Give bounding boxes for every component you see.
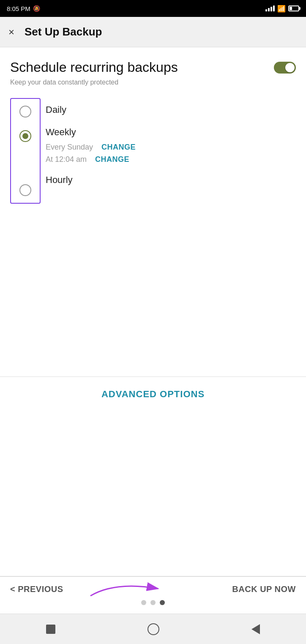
status-bar: 8:05 PM 🔕 📶 28 <box>0 0 306 17</box>
hourly-option: Hourly <box>41 168 296 192</box>
dot-1 <box>141 600 146 605</box>
weekly-day-row: Every Sunday CHANGE <box>46 143 136 152</box>
daily-label: Daily <box>46 104 66 115</box>
back-button[interactable] <box>251 624 260 634</box>
weekly-day-text: Every Sunday <box>46 143 93 152</box>
previous-button[interactable]: < PREVIOUS <box>10 584 63 594</box>
hourly-radio[interactable] <box>19 184 31 196</box>
section-subtitle: Keep your data constantly protected <box>10 79 296 86</box>
weekly-radio-btn[interactable] <box>19 130 31 142</box>
close-button[interactable]: × <box>8 26 14 38</box>
daily-option: Daily <box>41 98 296 122</box>
daily-content: Daily <box>46 104 296 116</box>
change-day-button[interactable]: CHANGE <box>101 143 136 152</box>
change-time-button[interactable]: CHANGE <box>95 155 129 164</box>
toggle-container[interactable] <box>274 62 296 74</box>
daily-radio[interactable] <box>19 106 31 117</box>
hourly-label: Hourly <box>46 175 73 185</box>
recent-apps-button[interactable] <box>46 625 55 634</box>
signal-icon <box>265 5 275 11</box>
wifi-icon: 📶 <box>277 5 286 13</box>
content-spacer <box>0 412 306 576</box>
bottom-nav: < PREVIOUS BACK UP NOW <box>0 576 306 614</box>
nav-row: < PREVIOUS BACK UP NOW <box>10 584 296 594</box>
battery-icon: 28 <box>288 5 299 11</box>
home-button[interactable] <box>148 623 159 635</box>
square-icon <box>46 625 55 634</box>
daily-radio-btn[interactable] <box>19 106 31 117</box>
status-time: 8:05 PM <box>7 5 30 12</box>
app-bar: × Set Up Backup <box>0 17 306 47</box>
weekly-radio[interactable] <box>19 130 31 142</box>
dot-3 <box>160 600 165 605</box>
advanced-section[interactable]: ADVANCED OPTIONS <box>0 377 306 412</box>
weekly-label: Weekly <box>46 126 76 139</box>
back-up-now-button[interactable]: BACK UP NOW <box>232 584 296 594</box>
weekly-option: Weekly Every Sunday CHANGE At 12:04 am C… <box>41 122 296 168</box>
status-icons: 📶 28 <box>265 5 299 13</box>
recurring-toggle[interactable] <box>274 62 296 74</box>
weekly-time-row: At 12:04 am CHANGE <box>46 155 129 164</box>
circle-icon <box>148 623 159 635</box>
advanced-options-button[interactable]: ADVANCED OPTIONS <box>101 389 205 400</box>
arrow-annotation <box>82 577 171 602</box>
section-header: Schedule recurring backups <box>10 59 296 75</box>
back-triangle-icon <box>251 624 260 634</box>
page-title: Set Up Backup <box>25 25 102 38</box>
hourly-content: Hourly <box>46 174 296 186</box>
page-dots <box>10 600 296 605</box>
options-wrapper: Daily Weekly Every Sunday CHANGE At 12:0… <box>10 98 296 204</box>
mute-icon: 🔕 <box>33 5 40 12</box>
radio-border-group <box>10 98 41 204</box>
dot-2 <box>150 600 156 605</box>
weekly-time-text: At 12:04 am <box>46 155 87 164</box>
main-content: Schedule recurring backups Keep your dat… <box>0 47 306 377</box>
hourly-radio-btn[interactable] <box>19 184 31 196</box>
android-nav-bar <box>0 614 306 644</box>
options-text-col: Daily Weekly Every Sunday CHANGE At 12:0… <box>41 98 296 204</box>
section-title: Schedule recurring backups <box>10 59 178 75</box>
